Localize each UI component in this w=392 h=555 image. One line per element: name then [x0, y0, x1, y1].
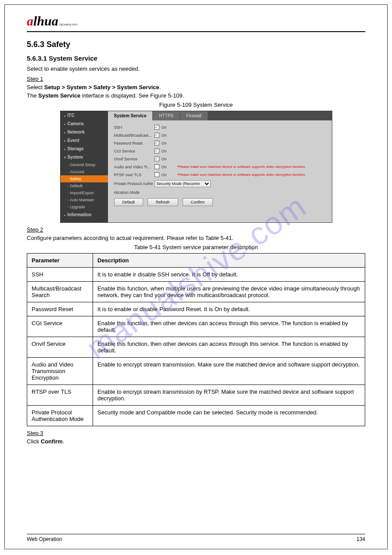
step1-line2: The System Service interface is displaye…: [27, 92, 365, 99]
refresh-button[interactable]: Refresh: [147, 198, 178, 206]
page-footer: Web Operation 134: [27, 534, 365, 542]
table-header-row: Parameter Description: [27, 254, 365, 268]
step3-label: Step 3: [27, 430, 365, 436]
checkbox-multicast[interactable]: [155, 133, 159, 138]
figure-caption: Figure 5-109 System Service: [27, 102, 365, 108]
sidebar-item-camera[interactable]: ▸Camera: [61, 120, 108, 128]
table-row: SSHIt is to enable ir disable SSH servic…: [27, 268, 365, 282]
sidebar-sub-auto-maintain[interactable]: ›Auto Maintain: [61, 196, 108, 203]
row-auth-mode: Private Protocol Authe Security Mode (Re…: [114, 180, 326, 187]
step1-label: Step 1: [27, 76, 365, 82]
footer-page-number: 134: [356, 536, 365, 542]
step2-body: Configure parameters according to actual…: [27, 235, 365, 241]
confirm-button[interactable]: Confirm: [183, 198, 213, 206]
row-auth-mode-2: ntication Mode: [114, 190, 326, 195]
table-caption: Table 5-41 System service parameter desc…: [27, 244, 365, 250]
header-rule: [27, 31, 365, 32]
table-row: Password ResetIt is to enable or disable…: [27, 302, 365, 316]
step3-body: Click Confirm.: [27, 438, 365, 445]
tab-bar: System Service HTTPS Firewall: [108, 111, 332, 120]
logo-sub: TECHNOLOGY: [59, 23, 78, 26]
footer-left: Web Operation: [27, 536, 62, 542]
screenshot-sidebar: ▸ITC ▸Camera ▸Network ▸Event ▸Storage ▾S…: [61, 111, 108, 222]
sidebar-sub-general[interactable]: ›General Setup: [61, 161, 108, 168]
warn-rtsp: *Please make sure matched device or soft…: [177, 173, 306, 177]
checkbox-rtsp-tls[interactable]: [155, 172, 159, 177]
sidebar-sub-import-export[interactable]: ›Import/Export: [61, 189, 108, 196]
sidebar-sub-upgrade[interactable]: ›Upgrade: [61, 203, 108, 210]
default-button[interactable]: Default: [114, 198, 144, 206]
auth-mode-select[interactable]: Security Mode (Recomm: [155, 180, 211, 187]
row-ssh: SSHOn: [114, 125, 326, 130]
tab-https[interactable]: HTTPS: [153, 111, 180, 120]
parameter-table: Parameter Description SSHIt is to enable…: [27, 253, 365, 426]
checkbox-ssh[interactable]: [155, 125, 159, 130]
step1-line1: Select Setup > System > Safety > System …: [27, 84, 365, 91]
row-cgi: CGI ServiceOn: [114, 149, 326, 153]
row-rtsp-tls: RTSP over TLSOn*Please make sure matched…: [114, 172, 326, 177]
tab-firewall[interactable]: Firewall: [180, 111, 207, 120]
subsection-heading: 5.6.3.1 System Service: [27, 54, 365, 62]
checkbox-av-encrypt[interactable]: [155, 164, 159, 169]
screenshot-body: SSHOn Multicast/Broadcast...On Password …: [108, 120, 332, 210]
sidebar-sub-safety[interactable]: ›Safety: [61, 175, 108, 182]
row-av-encrypt: Audio and Video Tr...On*Please make sure…: [114, 164, 326, 169]
checkbox-password-reset[interactable]: [155, 141, 159, 145]
table-row: CGI ServiceEnable this function, then ot…: [27, 316, 365, 337]
table-row: Private Protocol Authentication ModeSecu…: [27, 406, 365, 426]
sidebar-sub-account[interactable]: ›Account: [61, 168, 108, 175]
screenshot-main: System Service HTTPS Firewall SSHOn Mult…: [108, 111, 332, 222]
sidebar-item-event[interactable]: ▸Event: [61, 136, 108, 145]
intro-text: Select to enable system services as need…: [27, 65, 365, 72]
embedded-screenshot: ▸ITC ▸Camera ▸Network ▸Event ▸Storage ▾S…: [60, 111, 332, 223]
sidebar-item-itc[interactable]: ▸ITC: [61, 111, 108, 120]
logo-letter: a: [27, 14, 33, 29]
checkbox-onvif[interactable]: [155, 156, 159, 161]
logo-word: lhua: [33, 14, 58, 29]
brand-logo: a lhua TECHNOLOGY: [27, 14, 365, 29]
table-row: Audio and Video Transmission EncryptionE…: [27, 358, 365, 385]
warn-av: *Please make sure matched device or soft…: [177, 165, 306, 169]
step2-label: Step 2: [27, 226, 365, 233]
table-row: Multicast/Broadcast SearchEnable this fu…: [27, 282, 365, 302]
button-row: Default Refresh Confirm: [114, 198, 326, 206]
sidebar-item-network[interactable]: ▸Network: [61, 128, 108, 136]
row-multicast: Multicast/Broadcast...On: [114, 133, 326, 138]
checkbox-cgi[interactable]: [155, 149, 159, 153]
sidebar-item-system[interactable]: ▾System: [61, 153, 108, 161]
tab-system-service[interactable]: System Service: [108, 111, 153, 120]
row-onvif: Onvif ServiceOn: [114, 156, 326, 161]
table-row: RTSP over TLSEnable to encrypt stream tr…: [27, 385, 365, 406]
sidebar-sub-default[interactable]: ›Default: [61, 182, 108, 189]
th-parameter: Parameter: [27, 254, 93, 268]
sidebar-item-storage[interactable]: ▸Storage: [61, 145, 108, 153]
row-password-reset: Password ResetOn: [114, 141, 326, 145]
sidebar-item-information[interactable]: ▸Information: [61, 210, 108, 219]
table-row: Onvif ServiceEnable this function, then …: [27, 337, 365, 358]
th-description: Description: [93, 254, 365, 268]
footer-rule: [27, 534, 365, 534]
section-heading: 5.6.3 Safety: [27, 40, 365, 49]
